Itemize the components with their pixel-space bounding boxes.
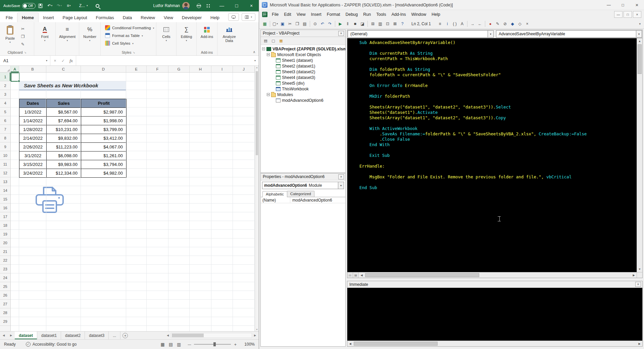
tree-item-sheet5-div[interactable]: Sheet5 (div) — [261, 80, 345, 86]
date-cell[interactable]: 1/28/2022 — [19, 125, 47, 134]
design-mode-icon[interactable]: ◪ — [359, 20, 366, 28]
ribbon-tab-data[interactable]: Data — [118, 13, 136, 22]
menu-debug[interactable]: Debug — [343, 11, 360, 18]
find-icon[interactable]: ⊙ — [311, 20, 319, 28]
cut-button[interactable]: ✂ — [19, 26, 26, 32]
vba-maximize-button[interactable]: □ — [616, 0, 630, 10]
row-header-27[interactable]: 27 — [0, 300, 10, 308]
view-microsoft-excel-icon[interactable]: ▦ — [261, 20, 268, 28]
row-header-21[interactable]: 21 — [0, 247, 10, 256]
date-cell[interactable]: 2/14/2022 — [19, 134, 47, 143]
menu-file[interactable]: File — [269, 11, 281, 18]
row-header-18[interactable]: 18 — [0, 221, 10, 230]
hscroll-left-icon[interactable]: ◀ — [165, 334, 171, 337]
code-scroll-down-icon[interactable]: ▼ — [637, 266, 642, 272]
account-button[interactable]: Lutfor Rahman — [153, 2, 190, 9]
minimize-button[interactable]: — — [214, 0, 229, 11]
cell-styles-button[interactable]: Cell Styles ▾ — [103, 39, 156, 47]
code-scroll-right-icon[interactable]: ▶ — [631, 272, 637, 278]
menu-window[interactable]: Window — [409, 11, 429, 18]
ribbon-tab-help[interactable]: Help — [206, 13, 224, 22]
ribbon-tab-page-layout[interactable]: Page Layout — [58, 13, 92, 22]
apps-button[interactable] — [204, 1, 212, 10]
zoom-out-button[interactable]: — — [188, 343, 191, 346]
date-cell[interactable]: 2/26/2022 — [19, 143, 47, 151]
maximize-button[interactable]: □ — [229, 0, 244, 11]
table-header-sales[interactable]: Sales — [47, 99, 81, 108]
menu-edit[interactable]: Edit — [281, 11, 294, 18]
row-header-26[interactable]: 26 — [0, 291, 10, 300]
value-cell[interactable]: $11,223.00 — [47, 143, 81, 151]
select-all-corner[interactable] — [0, 66, 11, 72]
row-header-25[interactable]: 25 — [0, 282, 10, 291]
normal-view-icon[interactable]: ▦ — [161, 342, 165, 347]
conditional-formatting-button[interactable]: Conditional Formatting ▾ — [103, 24, 156, 32]
expander-icon[interactable] — [262, 47, 265, 50]
code-window-minimize-button[interactable]: — — [614, 11, 623, 18]
immediate-close-button[interactable]: × — [635, 282, 641, 287]
sheet-nav-left-icon[interactable]: ◀ — [0, 332, 7, 339]
editing-button[interactable]: ∑ Editing ▾ — [179, 25, 194, 55]
column-header-f[interactable]: F — [147, 66, 168, 72]
row-header-22[interactable]: 22 — [0, 256, 10, 265]
column-header-h[interactable]: H — [190, 66, 211, 72]
close-button[interactable]: × — [244, 0, 259, 11]
sheet-grid[interactable]: Save Sheets as New Workbook DatesSalesPr… — [11, 73, 255, 331]
immediate-input-area[interactable] — [347, 288, 642, 341]
value-cell[interactable]: $7,694.00 — [47, 117, 81, 125]
code-hscroll-thumb[interactable] — [365, 273, 479, 277]
insert-userform-icon[interactable]: ▢▾ — [271, 20, 279, 28]
value-cell[interactable]: $6,098.00 — [47, 151, 81, 160]
help-icon[interactable]: ? — [399, 20, 406, 28]
row-header-9[interactable]: 9 — [0, 142, 10, 151]
sheet-tab-dataset1[interactable]: dataset1 — [37, 332, 61, 339]
column-header-e[interactable]: E — [126, 66, 147, 72]
autosave-toggle[interactable]: Off — [22, 3, 36, 9]
column-header-a[interactable]: A — [11, 66, 19, 72]
page-break-preview-icon[interactable]: ▥ — [177, 342, 181, 347]
row-header-12[interactable]: 12 — [0, 169, 10, 177]
procedure-dropdown[interactable]: AdvancedSaveSheetByArrayVariable ▾ — [496, 30, 642, 38]
tree-item-sheet1-dataset[interactable]: Sheet1 (dataset) — [261, 57, 345, 63]
toggle-breakpoint-icon[interactable]: ● — [487, 20, 494, 28]
value-cell[interactable]: $2,987.00 — [81, 108, 127, 117]
scroll-down-icon[interactable]: ▼ — [255, 329, 259, 331]
date-cell[interactable]: 3/15/2022 — [19, 160, 47, 169]
row-header-24[interactable]: 24 — [0, 273, 10, 282]
column-header-d[interactable]: D — [81, 66, 126, 72]
ribbon-tab-file[interactable]: File — [1, 13, 17, 22]
menu-tools[interactable]: Tools — [374, 11, 389, 18]
row-header-7[interactable]: 7 — [0, 125, 10, 134]
name-box[interactable]: A1 ▾ — [0, 56, 50, 66]
row-header-8[interactable]: 8 — [0, 134, 10, 142]
page-layout-view-icon[interactable]: ▤ — [169, 342, 173, 347]
object-browser-icon[interactable]: ⊡ — [384, 20, 391, 28]
customize-quick-access-button[interactable]: ≡▾ — [64, 1, 73, 10]
property-row[interactable]: (Name) modAdvancedOption6 — [261, 197, 345, 203]
hscroll-right-icon[interactable]: ▶ — [252, 334, 258, 337]
value-cell[interactable]: $1,998.00 — [81, 117, 127, 125]
value-cell[interactable]: $1,261.00 — [81, 151, 127, 160]
code-scroll-up-icon[interactable]: ▲ — [637, 38, 642, 44]
row-header-19[interactable]: 19 — [0, 230, 10, 238]
ribbon-tab-review[interactable]: Review — [136, 13, 159, 22]
redo-icon[interactable]: ↷ — [326, 20, 334, 28]
clear-bookmarks-icon[interactable]: × — [524, 20, 531, 28]
bookmark-icon[interactable]: ◆ — [509, 20, 516, 28]
tree-item-modules[interactable]: Modules — [261, 92, 345, 97]
tree-item-thisworkbook[interactable]: ThisWorkbook — [261, 86, 345, 92]
table-header-profit[interactable]: Profit — [81, 99, 127, 108]
column-header-j[interactable]: J — [233, 66, 255, 72]
date-cell[interactable]: 1/3/2022 — [19, 108, 47, 117]
immediate-hscroll-thumb[interactable] — [354, 342, 438, 346]
copy-icon[interactable]: ❐ — [294, 20, 301, 28]
number-button[interactable]: % Number ▾ — [81, 25, 98, 55]
sheet-tab-dataset[interactable]: dataset — [15, 332, 37, 339]
properties-object-dropdown[interactable]: modAdvancedOption6 Module ▾ — [262, 182, 344, 189]
sheet-tab-overflow[interactable]: ... — [109, 332, 120, 339]
undo-icon[interactable]: ↶ — [319, 20, 326, 28]
redo-button[interactable]: ↷▾ — [55, 1, 64, 10]
zoom-in-button[interactable]: + — [234, 342, 237, 347]
toggle-folders-icon[interactable]: ▦ — [278, 38, 285, 44]
analyze-data-button[interactable]: Analyze Data — [217, 25, 241, 55]
